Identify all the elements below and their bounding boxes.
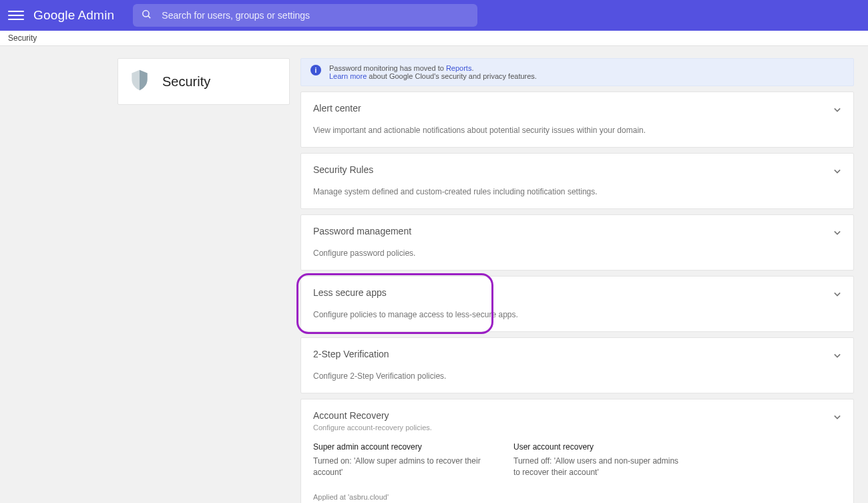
panel-title: Security Rules [313,164,841,175]
panel-title: Less secure apps [313,287,841,298]
panel-title: Account Recovery [313,410,841,421]
chevron-down-icon [831,164,844,180]
logo-secondary: Admin [77,8,114,23]
chevron-down-icon [831,287,844,303]
highlight-annotation [296,273,493,334]
search-icon [141,9,152,23]
chevron-down-icon [831,103,844,119]
top-bar: Google Admin [0,0,868,31]
search-box[interactable] [133,4,477,27]
svg-point-0 [143,10,149,16]
shield-icon [130,69,149,94]
section-header-card: Security [118,58,290,105]
panel-desc: Configure policies to manage access to l… [313,310,841,319]
recovery-heading: Super admin account recovery [313,442,487,452]
applied-at: Applied at 'asbru.cloud' [313,493,841,501]
info-icon: i [310,65,321,75]
recovery-body: Turned on: 'Allow super admins to recove… [313,456,487,478]
breadcrumb-bar: Security [0,31,868,46]
panel-alert-center[interactable]: Alert center View important and actionab… [300,92,854,148]
chevron-down-icon [831,349,844,365]
recovery-heading: User account recovery [513,442,687,452]
panel-password-management[interactable]: Password management Configure password p… [300,214,854,271]
recovery-col-super-admin: Super admin account recovery Turned on: … [313,442,487,478]
panel-desc: Manage system defined and custom-created… [313,187,841,196]
panel-account-recovery[interactable]: Account Recovery Configure account-recov… [300,399,854,503]
content-stage: Security i Password monitoring has moved… [0,46,868,58]
panel-desc: Configure 2-Step Verification policies. [313,371,841,381]
panel-title: Password management [313,226,841,236]
panel-security-rules[interactable]: Security Rules Manage system defined and… [300,153,854,209]
logo-primary: Google [33,8,75,23]
panel-desc: View important and actionable notificati… [313,126,841,135]
reports-link[interactable]: Reports [446,64,472,72]
search-input[interactable] [162,10,469,21]
recovery-columns: Super admin account recovery Turned on: … [313,442,841,478]
panel-desc: Configure password policies. [313,248,841,258]
product-logo[interactable]: Google Admin [33,8,114,23]
panel-title: Alert center [313,103,841,114]
main-column: i Password monitoring has moved to Repor… [300,58,854,503]
panel-title: 2-Step Verification [313,349,841,359]
info-banner: i Password monitoring has moved to Repor… [300,58,854,86]
page-title: Security [162,74,210,90]
recovery-body: Turned off: 'Allow users and non-super a… [513,456,687,478]
info-text: Password monitoring has moved to Reports… [329,64,537,80]
chevron-down-icon [831,410,844,426]
chevron-down-icon [831,226,844,242]
panel-subtitle: Configure account-recovery policies. [313,424,841,432]
svg-line-1 [148,15,150,17]
learn-more-link[interactable]: Learn more [329,72,367,80]
menu-icon[interactable] [8,7,24,23]
recovery-col-user: User account recovery Turned off: 'Allow… [513,442,687,478]
panel-less-secure-apps[interactable]: Less secure apps Configure policies to m… [300,276,854,332]
breadcrumb[interactable]: Security [8,33,37,43]
panel-two-step-verification[interactable]: 2-Step Verification Configure 2-Step Ver… [300,337,854,393]
